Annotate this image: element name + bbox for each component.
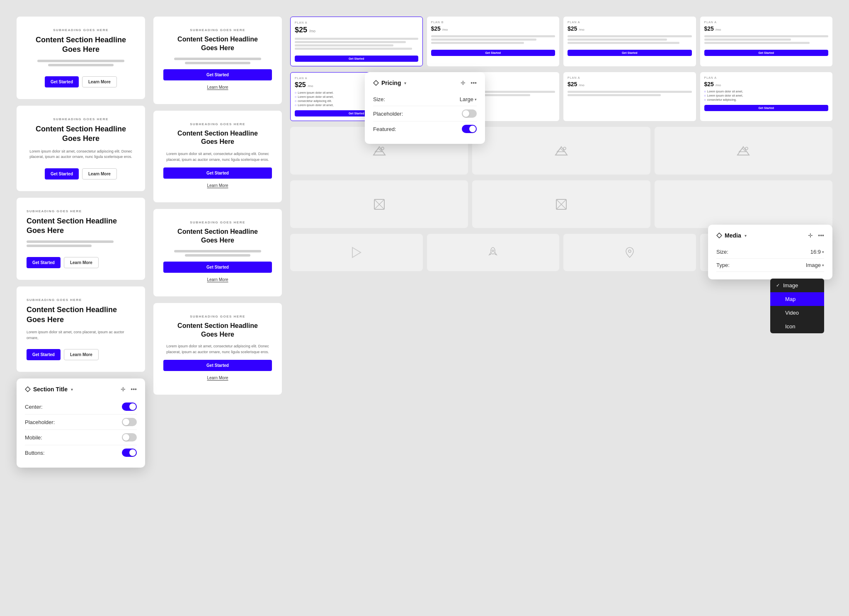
svg-point-17: [492, 250, 494, 252]
dots-icon[interactable]: •••: [131, 386, 137, 393]
learn-more-button-2[interactable]: Learn More: [82, 168, 117, 179]
center-get-started-2[interactable]: Get Started: [163, 167, 272, 179]
get-started-button-1[interactable]: Get Started: [45, 76, 79, 87]
featured-label: Featured:: [373, 126, 396, 132]
icon-cell-mappin-1: [563, 234, 696, 271]
pricing-row-1: PLAN A $25 /mo Get Started PLAN B $25 /m…: [290, 17, 832, 66]
media-crosshair-icon[interactable]: ✛: [808, 232, 813, 239]
dropdown-item-map[interactable]: Map: [770, 292, 824, 306]
button-row-3: Get Started Learn More: [27, 257, 99, 268]
pricing-btn-2[interactable]: Get Started: [431, 50, 555, 56]
toggle-knob-placeholder: [123, 419, 129, 425]
center-learn-more-2[interactable]: Learn More: [201, 180, 234, 191]
dropdown-item-video[interactable]: Video: [770, 306, 824, 320]
center-bar-1a: [174, 58, 261, 60]
media-dots-icon[interactable]: •••: [818, 232, 824, 239]
svg-point-2: [381, 147, 384, 150]
panel-header-section-title: Section Title ▾ ✛ •••: [25, 386, 137, 393]
plan-label-2-4: PLAN A: [704, 76, 829, 79]
center-bar-3a: [174, 250, 261, 252]
broken-image-icon-2: [555, 198, 568, 211]
pricing-crosshair-icon[interactable]: ✛: [461, 80, 466, 86]
pricing-diamond-icon: [373, 80, 379, 86]
toggle-knob-center: [129, 403, 136, 410]
pricing-placeholder-toggle[interactable]: [462, 109, 477, 118]
panel-row-center: Center:: [25, 399, 137, 415]
type-value: Image: [806, 262, 821, 268]
pricing-row-size: Size: Large ▾: [373, 93, 477, 106]
media-panel-header: Media ▾ ✛ •••: [716, 232, 824, 239]
pricing-panel-actions: ✛ •••: [461, 80, 477, 86]
pricing-btn-4[interactable]: Get Started: [704, 50, 829, 56]
dropdown-label-icon: Icon: [785, 323, 796, 330]
size-dropdown[interactable]: Large ▾: [460, 96, 477, 102]
type-dropdown-menu: ✓ Image Map Video Icon: [770, 279, 824, 333]
svg-marker-0: [374, 147, 385, 155]
toggle-knob-buttons: [129, 449, 136, 456]
learn-more-button-4[interactable]: Learn More: [64, 349, 99, 360]
pricing-card-4: PLAN A $25 /mo Get Started: [700, 17, 833, 66]
mountain-icon-3: [736, 145, 751, 157]
type-dropdown[interactable]: Image ▾: [806, 262, 824, 268]
placeholder-bar-3a: [27, 240, 114, 243]
section-title-panel: Section Title ▾ ✛ ••• Center: Placeholde…: [17, 378, 145, 468]
media-row-type: Type: Image ▾: [716, 259, 824, 272]
pricing-btn-3[interactable]: Get Started: [568, 50, 692, 56]
media-cell-broken-1: [290, 180, 468, 228]
buttons-toggle[interactable]: [122, 449, 137, 457]
center-subheading-1: SUBHEADING GOES HERE: [190, 28, 245, 32]
panel-row-placeholder: Placeholder:: [25, 415, 137, 430]
center-get-started-1[interactable]: Get Started: [163, 69, 272, 80]
toggle-knob-mobile: [123, 434, 129, 441]
dropdown-label-map: Map: [785, 296, 796, 302]
pricing-btn-2-4[interactable]: Get Started: [704, 105, 829, 111]
dropdown-item-icon[interactable]: Icon: [770, 320, 824, 333]
pricing-btn-1[interactable]: Get Started: [295, 56, 418, 62]
pricing-card-2: PLAN B $25 /mo Get Started: [427, 17, 560, 66]
get-started-button-4[interactable]: Get Started: [27, 349, 61, 360]
center-learn-more-3[interactable]: Learn More: [201, 274, 234, 285]
headline-4: Content Section Headline Goes Here: [27, 305, 135, 325]
pricing-chevron[interactable]: ▾: [404, 81, 406, 85]
mobile-toggle[interactable]: [122, 433, 137, 441]
mobile-label: Mobile:: [25, 434, 42, 441]
svg-marker-3: [555, 147, 567, 155]
media-chevron[interactable]: ▾: [745, 233, 747, 238]
center-learn-more-4[interactable]: Learn More: [201, 373, 234, 383]
center-get-started-4[interactable]: Get Started: [163, 360, 272, 371]
feature-item: consectetur adipiscing.: [704, 98, 829, 101]
plan-label-2-3: PLAN A: [568, 76, 692, 79]
get-started-button-2[interactable]: Get Started: [45, 168, 79, 179]
featured-toggle[interactable]: [462, 125, 477, 133]
media-diamond-icon: [716, 233, 722, 238]
get-started-button-3[interactable]: Get Started: [27, 257, 61, 268]
icon-cell-rocket: [427, 234, 560, 271]
media-row-2: [290, 180, 832, 228]
right-column: PLAN A $25 /mo Get Started PLAN B $25 /m…: [290, 17, 832, 599]
pricing-dots-icon[interactable]: •••: [471, 80, 477, 86]
crosshair-icon[interactable]: ✛: [121, 386, 126, 393]
section-title-chevron[interactable]: ▾: [71, 387, 73, 392]
feature-item: Lorem ipsum dolor sit amet,: [704, 90, 829, 93]
center-learn-more-1[interactable]: Learn More: [201, 82, 234, 92]
dropdown-item-image[interactable]: ✓ Image: [770, 279, 824, 292]
media-panel-actions: ✛ •••: [808, 232, 824, 239]
learn-more-button-3[interactable]: Learn More: [64, 257, 99, 268]
pricing-bars-3: [568, 35, 692, 44]
plan-label-3: PLAN A: [568, 21, 692, 24]
pricing-bars-4: [704, 35, 829, 44]
play-cell: [290, 234, 423, 271]
media-size-chevron-icon: ▾: [822, 250, 824, 254]
media-cell-mountain-3: [655, 127, 832, 175]
svg-point-18: [628, 250, 631, 252]
placeholder-toggle[interactable]: [122, 418, 137, 426]
pricing-bars-2: [431, 35, 555, 44]
media-size-dropdown[interactable]: 16:9 ▾: [810, 249, 824, 255]
body-text-4: Lorem ipsum dolor sit amet, cons placera…: [27, 330, 135, 341]
center-subheading-2: SUBHEADING GOES HERE: [190, 122, 245, 126]
learn-more-button-1[interactable]: Learn More: [82, 76, 117, 87]
center-toggle[interactable]: [122, 403, 137, 411]
broken-image-icon-1: [373, 198, 386, 211]
center-get-started-3[interactable]: Get Started: [163, 262, 272, 273]
rocket-icon: [487, 247, 499, 258]
